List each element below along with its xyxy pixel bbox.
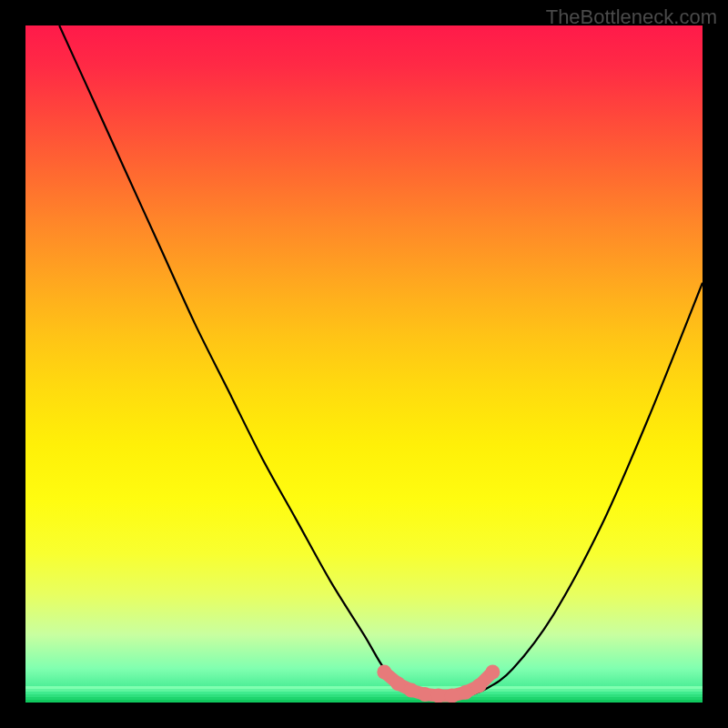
marker-dot (471, 678, 486, 693)
marker-dot (445, 689, 460, 703)
marker-dot (377, 665, 391, 680)
marker-dot (404, 683, 419, 698)
chart-plot-area (25, 25, 703, 703)
marker-dot (459, 685, 473, 700)
marker-dot (431, 689, 446, 703)
marker-dot (485, 665, 500, 680)
bottleneck-curve-line (59, 25, 703, 696)
chart-svg (25, 25, 703, 703)
marker-group (377, 665, 500, 703)
marker-dot (390, 676, 405, 691)
marker-dot (418, 687, 432, 702)
watermark-text: TheBottleneck.com (546, 5, 717, 29)
